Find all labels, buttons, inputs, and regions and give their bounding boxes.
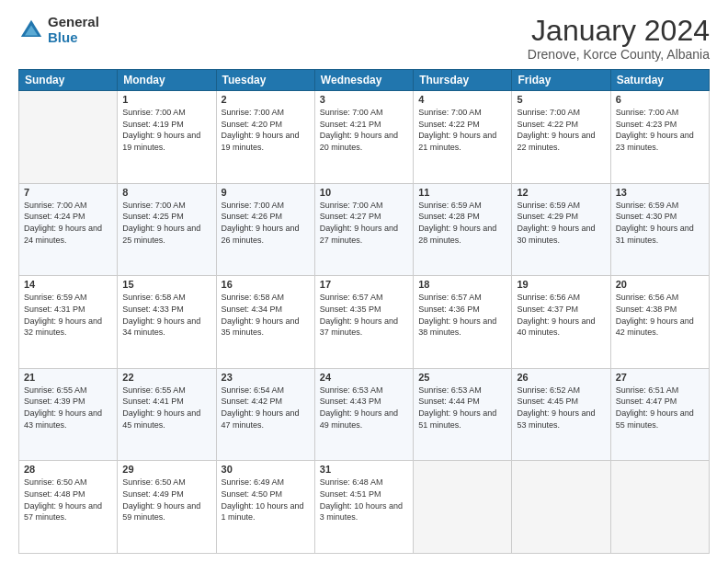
cell-date-5: 5 — [517, 94, 605, 105]
cell-info-12: Sunrise: 6:59 AM Sunset: 4:29 PM Dayligh… — [517, 200, 605, 246]
cell-date-12: 12 — [517, 187, 605, 198]
table-row: 1Sunrise: 7:00 AM Sunset: 4:19 PM Daylig… — [118, 91, 216, 184]
table-row: 23Sunrise: 6:54 AM Sunset: 4:42 PM Dayli… — [216, 368, 314, 461]
cell-info-11: Sunrise: 6:59 AM Sunset: 4:28 PM Dayligh… — [418, 200, 506, 246]
header-thursday: Thursday — [414, 70, 512, 91]
cell-date-21: 21 — [24, 372, 112, 383]
table-row: 5Sunrise: 7:00 AM Sunset: 4:22 PM Daylig… — [512, 91, 610, 184]
logo: General Blue — [18, 15, 99, 45]
calendar-location: Drenove, Korce County, Albania — [528, 47, 710, 62]
cell-info-28: Sunrise: 6:50 AM Sunset: 4:48 PM Dayligh… — [24, 477, 112, 523]
cell-info-23: Sunrise: 6:54 AM Sunset: 4:42 PM Dayligh… — [222, 385, 310, 431]
cell-info-30: Sunrise: 6:49 AM Sunset: 4:50 PM Dayligh… — [222, 477, 310, 523]
table-row: 24Sunrise: 6:53 AM Sunset: 4:43 PM Dayli… — [314, 368, 413, 461]
table-row: 26Sunrise: 6:52 AM Sunset: 4:45 PM Dayli… — [512, 368, 610, 461]
table-row — [19, 91, 118, 184]
cell-date-4: 4 — [418, 94, 506, 105]
header: General Blue January 2024 Drenove, Korce… — [18, 15, 710, 62]
table-row — [512, 461, 610, 554]
cell-date-29: 29 — [122, 464, 210, 475]
cell-date-10: 10 — [320, 187, 408, 198]
table-row: 21Sunrise: 6:55 AM Sunset: 4:39 PM Dayli… — [19, 368, 118, 461]
logo-blue-text: Blue — [48, 30, 99, 46]
calendar-week-3: 21Sunrise: 6:55 AM Sunset: 4:39 PM Dayli… — [19, 368, 710, 461]
cell-info-16: Sunrise: 6:58 AM Sunset: 4:34 PM Dayligh… — [222, 292, 310, 338]
cell-info-20: Sunrise: 6:56 AM Sunset: 4:38 PM Dayligh… — [616, 292, 704, 338]
cell-info-17: Sunrise: 6:57 AM Sunset: 4:35 PM Dayligh… — [320, 292, 408, 338]
cell-info-4: Sunrise: 7:00 AM Sunset: 4:22 PM Dayligh… — [418, 107, 506, 153]
cell-date-25: 25 — [418, 372, 506, 383]
table-row: 28Sunrise: 6:50 AM Sunset: 4:48 PM Dayli… — [19, 461, 118, 554]
calendar-week-1: 7Sunrise: 7:00 AM Sunset: 4:24 PM Daylig… — [19, 183, 710, 276]
table-row: 8Sunrise: 7:00 AM Sunset: 4:25 PM Daylig… — [118, 183, 216, 276]
cell-date-9: 9 — [222, 187, 310, 198]
table-row: 31Sunrise: 6:48 AM Sunset: 4:51 PM Dayli… — [314, 461, 413, 554]
cell-date-13: 13 — [616, 187, 704, 198]
cell-date-22: 22 — [122, 372, 210, 383]
cell-info-15: Sunrise: 6:58 AM Sunset: 4:33 PM Dayligh… — [122, 292, 210, 338]
cell-info-8: Sunrise: 7:00 AM Sunset: 4:25 PM Dayligh… — [122, 200, 210, 246]
logo-text: General Blue — [48, 15, 99, 45]
header-tuesday: Tuesday — [216, 70, 314, 91]
table-row: 11Sunrise: 6:59 AM Sunset: 4:28 PM Dayli… — [414, 183, 512, 276]
table-row: 4Sunrise: 7:00 AM Sunset: 4:22 PM Daylig… — [414, 91, 512, 184]
table-row: 17Sunrise: 6:57 AM Sunset: 4:35 PM Dayli… — [314, 276, 413, 369]
cell-date-2: 2 — [222, 94, 310, 105]
cell-date-17: 17 — [320, 279, 408, 290]
calendar-table: Sunday Monday Tuesday Wednesday Thursday… — [18, 69, 710, 554]
calendar-header-row: Sunday Monday Tuesday Wednesday Thursday… — [19, 70, 710, 91]
table-row: 9Sunrise: 7:00 AM Sunset: 4:26 PM Daylig… — [216, 183, 314, 276]
table-row: 27Sunrise: 6:51 AM Sunset: 4:47 PM Dayli… — [610, 368, 709, 461]
cell-info-2: Sunrise: 7:00 AM Sunset: 4:20 PM Dayligh… — [222, 107, 310, 153]
table-row: 12Sunrise: 6:59 AM Sunset: 4:29 PM Dayli… — [512, 183, 610, 276]
cell-info-10: Sunrise: 7:00 AM Sunset: 4:27 PM Dayligh… — [320, 200, 408, 246]
logo-general-text: General — [48, 15, 99, 30]
cell-info-9: Sunrise: 7:00 AM Sunset: 4:26 PM Dayligh… — [222, 200, 310, 246]
cell-date-28: 28 — [24, 464, 112, 475]
cell-date-30: 30 — [222, 464, 310, 475]
header-saturday: Saturday — [610, 70, 709, 91]
header-wednesday: Wednesday — [314, 70, 413, 91]
cell-info-19: Sunrise: 6:56 AM Sunset: 4:37 PM Dayligh… — [517, 292, 605, 338]
cell-info-26: Sunrise: 6:52 AM Sunset: 4:45 PM Dayligh… — [517, 385, 605, 431]
table-row: 30Sunrise: 6:49 AM Sunset: 4:50 PM Dayli… — [216, 461, 314, 554]
cell-info-5: Sunrise: 7:00 AM Sunset: 4:22 PM Dayligh… — [517, 107, 605, 153]
page: General Blue January 2024 Drenove, Korce… — [0, 0, 728, 563]
calendar-week-2: 14Sunrise: 6:59 AM Sunset: 4:31 PM Dayli… — [19, 276, 710, 369]
table-row: 19Sunrise: 6:56 AM Sunset: 4:37 PM Dayli… — [512, 276, 610, 369]
calendar-week-0: 1Sunrise: 7:00 AM Sunset: 4:19 PM Daylig… — [19, 91, 710, 184]
cell-info-18: Sunrise: 6:57 AM Sunset: 4:36 PM Dayligh… — [418, 292, 506, 338]
table-row: 10Sunrise: 7:00 AM Sunset: 4:27 PM Dayli… — [314, 183, 413, 276]
cell-date-23: 23 — [222, 372, 310, 383]
cell-date-20: 20 — [616, 279, 704, 290]
table-row: 16Sunrise: 6:58 AM Sunset: 4:34 PM Dayli… — [216, 276, 314, 369]
cell-date-27: 27 — [616, 372, 704, 383]
cell-info-25: Sunrise: 6:53 AM Sunset: 4:44 PM Dayligh… — [418, 385, 506, 431]
cell-info-21: Sunrise: 6:55 AM Sunset: 4:39 PM Dayligh… — [24, 385, 112, 431]
table-row: 2Sunrise: 7:00 AM Sunset: 4:20 PM Daylig… — [216, 91, 314, 184]
cell-date-8: 8 — [122, 187, 210, 198]
cell-date-6: 6 — [616, 94, 704, 105]
table-row — [610, 461, 709, 554]
cell-info-27: Sunrise: 6:51 AM Sunset: 4:47 PM Dayligh… — [616, 385, 704, 431]
table-row: 13Sunrise: 6:59 AM Sunset: 4:30 PM Dayli… — [610, 183, 709, 276]
cell-date-31: 31 — [320, 464, 408, 475]
cell-date-19: 19 — [517, 279, 605, 290]
cell-date-26: 26 — [517, 372, 605, 383]
logo-icon — [18, 17, 44, 43]
cell-info-14: Sunrise: 6:59 AM Sunset: 4:31 PM Dayligh… — [24, 292, 112, 338]
cell-date-1: 1 — [122, 94, 210, 105]
calendar-week-4: 28Sunrise: 6:50 AM Sunset: 4:48 PM Dayli… — [19, 461, 710, 554]
table-row: 25Sunrise: 6:53 AM Sunset: 4:44 PM Dayli… — [414, 368, 512, 461]
cell-date-7: 7 — [24, 187, 112, 198]
cell-date-15: 15 — [122, 279, 210, 290]
table-row: 18Sunrise: 6:57 AM Sunset: 4:36 PM Dayli… — [414, 276, 512, 369]
cell-date-3: 3 — [320, 94, 408, 105]
cell-info-3: Sunrise: 7:00 AM Sunset: 4:21 PM Dayligh… — [320, 107, 408, 153]
cell-date-11: 11 — [418, 187, 506, 198]
title-block: January 2024 Drenove, Korce County, Alba… — [528, 15, 710, 62]
cell-info-13: Sunrise: 6:59 AM Sunset: 4:30 PM Dayligh… — [616, 200, 704, 246]
cell-info-1: Sunrise: 7:00 AM Sunset: 4:19 PM Dayligh… — [122, 107, 210, 153]
header-friday: Friday — [512, 70, 610, 91]
table-row — [414, 461, 512, 554]
